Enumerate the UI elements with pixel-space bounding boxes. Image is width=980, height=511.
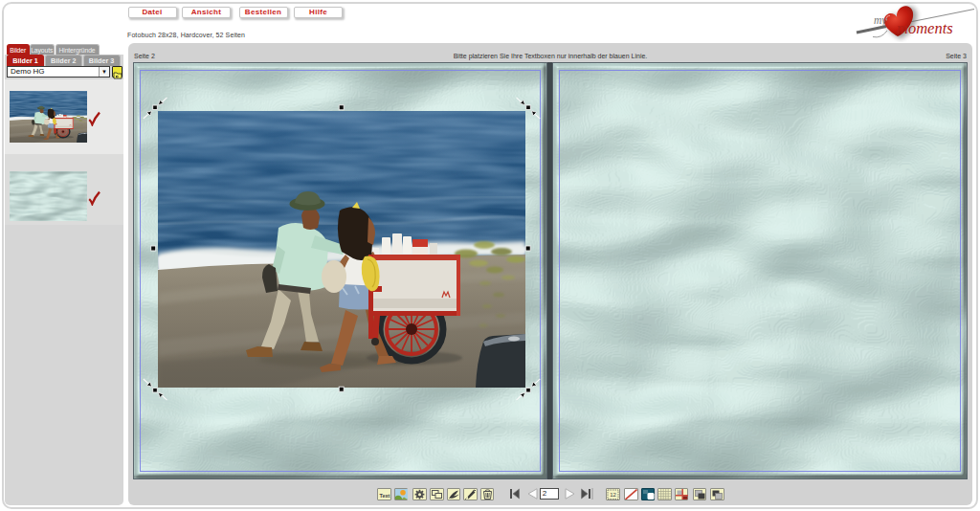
svg-text:12: 12 [610,492,616,498]
svg-text:my: my [874,14,887,27]
svg-text:moments: moments [897,19,953,37]
svg-text:Text: Text [380,492,390,498]
